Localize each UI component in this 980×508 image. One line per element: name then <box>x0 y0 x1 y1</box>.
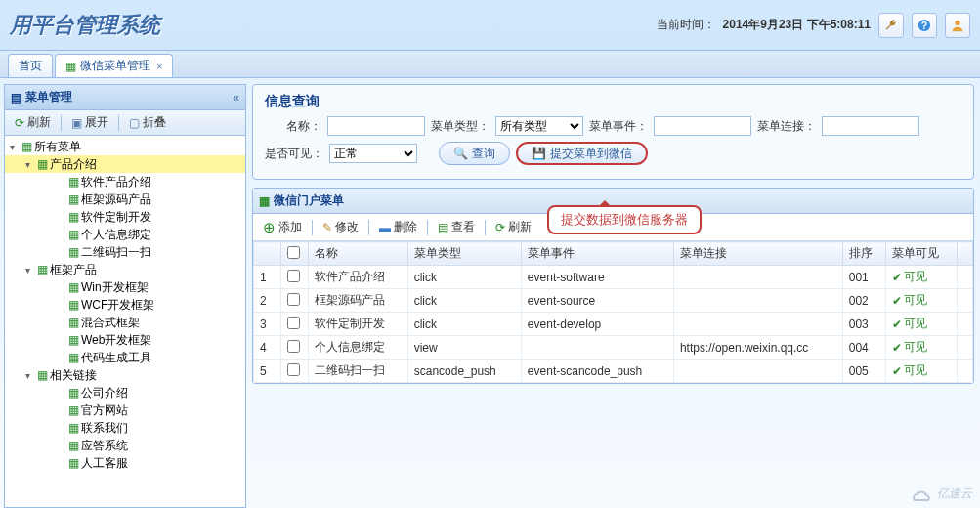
collapse-panel-icon[interactable]: « <box>233 91 239 105</box>
row-checkbox[interactable] <box>287 340 300 353</box>
tree-node[interactable]: ▦代码生成工具 <box>5 349 245 366</box>
event-input[interactable] <box>654 116 751 136</box>
tree-node[interactable]: ▦Win开发框架 <box>5 278 245 296</box>
edit-button[interactable]: ✎修改 <box>317 217 364 237</box>
row-checkbox[interactable] <box>287 293 300 306</box>
app-title: 用平台管理系统 <box>10 11 160 40</box>
grid-icon: ▦ <box>34 157 50 171</box>
tab-wechat-menu[interactable]: ▦ 微信菜单管理 × <box>55 54 173 77</box>
tree-label: 产品介绍 <box>50 156 97 173</box>
help-icon[interactable]: ? <box>912 13 937 38</box>
svg-text:?: ? <box>921 19 927 30</box>
tree-label: Web开发框架 <box>81 332 151 349</box>
tree-label: 个人信息绑定 <box>81 227 151 243</box>
check-icon: ✔ <box>892 341 902 355</box>
tree-label: Win开发框架 <box>81 279 149 296</box>
refresh-button[interactable]: ⟳刷新 <box>9 112 57 133</box>
grid-icon: ▦ <box>65 280 81 294</box>
delete-button[interactable]: ▬删除 <box>373 217 423 237</box>
grid-refresh-button[interactable]: ⟳刷新 <box>490 217 537 237</box>
tab-home[interactable]: 首页 <box>8 54 53 77</box>
check-icon: ✔ <box>892 318 902 331</box>
row-checkbox[interactable] <box>287 317 300 329</box>
visible-badge: ✔可见 <box>892 339 951 356</box>
visible-badge: ✔可见 <box>892 269 951 285</box>
wrench-icon[interactable] <box>878 13 904 38</box>
table-row[interactable]: 3软件定制开发clickevent-develop003✔可见 <box>254 313 973 336</box>
tree-node[interactable]: ▾▦所有菜单 <box>5 138 245 155</box>
row-checkbox[interactable] <box>287 363 300 376</box>
tree-label: 联系我们 <box>81 420 128 437</box>
tree-node[interactable]: ▦软件定制开发 <box>5 208 245 226</box>
check-icon: ✔ <box>892 294 902 308</box>
table-row[interactable]: 2框架源码产品clickevent-source002✔可见 <box>254 289 973 313</box>
tree-node[interactable]: ▦WCF开发框架 <box>5 296 245 314</box>
table-row[interactable]: 1软件产品介绍clickevent-software001✔可见 <box>254 266 973 289</box>
grid-icon: ▦ <box>65 456 81 470</box>
link-input[interactable] <box>822 116 919 136</box>
tree-label: 人工客服 <box>81 455 128 472</box>
tree-node[interactable]: ▦二维码扫一扫 <box>5 243 245 261</box>
select-all-checkbox[interactable] <box>287 246 300 259</box>
grid-icon: ▦ <box>65 333 81 347</box>
grid-icon: ▦ <box>65 386 81 400</box>
tree-label: 代码生成工具 <box>81 350 151 366</box>
grid-icon: ▦ <box>65 351 81 364</box>
menu-tree[interactable]: ▾▦所有菜单▾▦产品介绍▦软件产品介绍▦框架源码产品▦软件定制开发▦个人信息绑定… <box>5 136 245 507</box>
query-button[interactable]: 🔍查询 <box>439 142 510 165</box>
grid-icon: ▦ <box>259 194 270 208</box>
tree-label: 所有菜单 <box>34 139 81 155</box>
add-button[interactable]: ⊕添加 <box>257 217 308 238</box>
table-row[interactable]: 4个人信息绑定viewhttps://open.weixin.qq.cc004✔… <box>254 336 973 360</box>
tree-node[interactable]: ▦软件产品介绍 <box>5 173 245 190</box>
tree-node[interactable]: ▾▦相关链接 <box>5 366 245 384</box>
tree-node[interactable]: ▦人工客服 <box>5 454 245 472</box>
view-button[interactable]: ▤查看 <box>432 217 481 237</box>
separator <box>61 115 62 131</box>
visible-select[interactable]: 正常 <box>329 144 417 163</box>
grid-icon: ▦ <box>19 140 34 153</box>
tree-node[interactable]: ▦个人信息绑定 <box>5 226 245 243</box>
sidebar-title: 菜单管理 <box>25 89 72 106</box>
tree-node[interactable]: ▦混合式框架 <box>5 314 245 331</box>
callout-annotation: 提交数据到微信服务器 <box>547 205 702 234</box>
tree-node[interactable]: ▦框架源码产品 <box>5 190 245 208</box>
list-icon: ▤ <box>11 91 21 105</box>
search-icon: 🔍 <box>453 147 468 160</box>
tree-node[interactable]: ▦应答系统 <box>5 437 245 454</box>
tree-node[interactable]: ▦联系我们 <box>5 419 245 437</box>
collapse-button[interactable]: ▢折叠 <box>123 112 172 133</box>
expand-button[interactable]: ▣展开 <box>65 112 114 133</box>
tree-node[interactable]: ▦公司介绍 <box>5 384 245 402</box>
type-label: 菜单类型： <box>431 118 490 135</box>
submit-wechat-button[interactable]: 💾提交菜单到微信 <box>516 142 648 165</box>
tree-label: 公司介绍 <box>81 385 128 402</box>
grid-icon: ▦ <box>65 210 81 224</box>
row-checkbox[interactable] <box>287 270 300 282</box>
check-icon: ✔ <box>892 271 902 284</box>
tree-label: 官方网站 <box>81 402 128 419</box>
name-input[interactable] <box>327 116 425 136</box>
save-icon: 💾 <box>532 147 546 160</box>
check-icon: ✔ <box>892 364 902 378</box>
grid-icon: ▦ <box>34 368 50 382</box>
name-label: 名称： <box>265 118 321 135</box>
close-icon[interactable]: × <box>156 61 162 72</box>
grid-icon: ▦ <box>65 228 81 241</box>
tree-label: WCF开发框架 <box>81 297 154 314</box>
user-icon[interactable] <box>945 13 970 38</box>
tree-node[interactable]: ▾▦产品介绍 <box>5 155 245 173</box>
grid-icon: ▦ <box>65 175 81 189</box>
tree-label: 混合式框架 <box>81 315 140 331</box>
tree-node[interactable]: ▾▦框架产品 <box>5 261 245 278</box>
tree-node[interactable]: ▦官方网站 <box>5 402 245 419</box>
grid-icon: ▦ <box>65 298 81 312</box>
grid-icon: ▦ <box>34 263 50 276</box>
table-row[interactable]: 5二维码扫一扫scancode_pushevent-scancode_push0… <box>254 360 973 383</box>
grid-icon: ▦ <box>65 245 81 259</box>
tree-label: 软件定制开发 <box>81 209 151 226</box>
type-select[interactable]: 所有类型 <box>495 116 583 136</box>
tree-node[interactable]: ▦Web开发框架 <box>5 331 245 349</box>
search-title: 信息查询 <box>265 93 961 110</box>
visible-badge: ✔可见 <box>892 292 951 309</box>
